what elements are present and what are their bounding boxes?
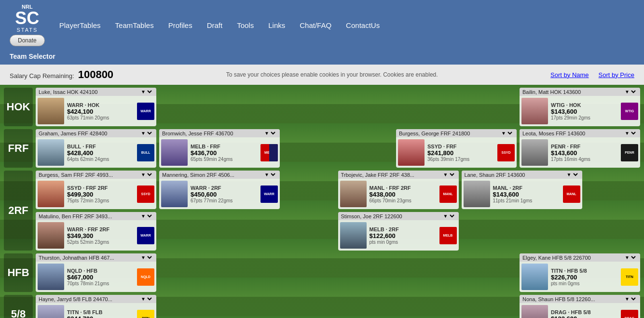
- 58-label: 5/8: [4, 295, 33, 318]
- player-stats-2rf-left-1: 75pts 72min 23gms: [67, 198, 134, 203]
- slot-dropdown-frf-left-1[interactable]: ▼: [139, 130, 153, 136]
- slot-dropdown-2rf-right-3[interactable]: ▼: [441, 213, 456, 219]
- slot-dropdown-frf-right-2[interactable]: ▼: [623, 130, 637, 136]
- sort-by-price-link[interactable]: Sort by Price: [599, 71, 634, 79]
- player-stats-frf-left-1: 64pts 62min 24gms: [67, 157, 134, 162]
- slot-body-hok-right: WTIG · HOK $143,600 17pts 29min 2gms WTI…: [520, 96, 640, 126]
- donate-button[interactable]: Donate: [10, 35, 45, 46]
- slot-dropdown-2rf-left-1[interactable]: ▼: [139, 172, 153, 178]
- player-slot-58-right: Nona, Shaun HFB 5/8 12260... ▼ DRAG · HF…: [520, 295, 640, 318]
- frf-slots-right: Burgess, George FRF 241800 ▼ SSYD · FRF …: [396, 129, 640, 168]
- player-team-58-left: TITN · 5/8 FLB: [67, 309, 134, 315]
- main-content: HOK Luke, Issac HOK 424100 ▼ WARR · HOK …: [0, 85, 644, 318]
- player-info-frf-left-1: BULL · FRF $428,400 64pts 62min 24gms: [67, 144, 134, 162]
- player-price-frf-left-1: $428,400: [67, 149, 134, 157]
- avatar-2rf-left-3: [38, 222, 64, 249]
- player-slot-frf-right-2: Leota, Moses FRF 143600 ▼ PENR · FRF $14…: [520, 129, 640, 168]
- slot-dropdown-2rf-right-1[interactable]: ▼: [441, 172, 456, 178]
- slot-body-frf-left-1: BULL · FRF $428,400 64pts 62min 24gms BU…: [36, 137, 156, 168]
- team-badge-frf-right-1: SSYD: [497, 144, 515, 161]
- salary-value: 100800: [78, 68, 113, 81]
- slot-dropdown-2rf-left-2[interactable]: ▼: [262, 172, 277, 178]
- player-name-2rf-right-1: Trbojevic, Jake FRF 2RF 438...: [341, 172, 414, 178]
- player-info-frf-right-1: SSYD · FRF $241,800 36pts 39min 17gms: [427, 144, 494, 162]
- player-slot-hok-left: Luke, Issac HOK 424100 ▼ WARR · HOK $424…: [36, 88, 156, 126]
- player-price-58-right: $122,600: [551, 315, 618, 318]
- player-name-hok-right: Bailin, Matt HOK 143600: [522, 89, 581, 95]
- nav-player-tables[interactable]: PlayerTables: [59, 21, 101, 29]
- player-info-2rf-left-2: WARR · 2RF $450,600 67pts 77min 22gms: [191, 185, 258, 203]
- nav-chat-faq[interactable]: Chat/FAQ: [300, 21, 331, 29]
- slot-dropdown-frf-right-1[interactable]: ▼: [499, 130, 514, 136]
- team-badge-frf-right-2: PENR: [621, 144, 638, 161]
- slot-dropdown-58-left[interactable]: ▼: [139, 296, 153, 302]
- avatar-hfb-right: [521, 264, 548, 290]
- nav-draft[interactable]: Draft: [207, 21, 223, 29]
- slot-header-frf-right-2: Leota, Moses FRF 143600 ▼: [520, 129, 640, 137]
- nav-profiles[interactable]: Profiles: [168, 21, 192, 29]
- slot-dropdown-58-right[interactable]: ▼: [623, 296, 637, 302]
- salary-area: Salary Cap Remaining: 100800: [10, 68, 113, 81]
- player-name-2rf-left-2: Mannering, Simon 2RF 4506...: [162, 172, 234, 178]
- 2rf-slots-right: Trbojevic, Jake FRF 2RF 438... ▼ MANL · …: [338, 171, 641, 251]
- player-price-hok-left: $424,100: [67, 108, 134, 115]
- player-slot-frf-left-1: Graham, James FRF 428400 ▼ BULL · FRF $4…: [36, 129, 156, 168]
- player-price-2rf-left-1: $499,300: [67, 191, 134, 198]
- team-badge-frf-left-1: BULL: [137, 144, 154, 161]
- salary-label: Salary Cap Remaining:: [10, 72, 74, 80]
- player-price-hok-right: $143,600: [551, 108, 618, 115]
- slot-dropdown-2rf-left-3[interactable]: ▼: [139, 213, 153, 219]
- player-price-frf-right-1: $241,800: [427, 149, 494, 157]
- player-slot-58-left: Hayne, Jarryd 5/8 FLB 24470... ▼ TITN · …: [36, 295, 156, 318]
- slot-dropdown-frf-left-2[interactable]: ▼: [262, 130, 277, 136]
- 58-spacer: [156, 295, 520, 318]
- player-name-frf-left-2: Bromwich, Jesse FRF 436700: [162, 131, 233, 136]
- sort-by-name-link[interactable]: Sort by Name: [550, 71, 589, 79]
- player-name-58-right: Nona, Shaun HFB 5/8 12260...: [522, 296, 595, 302]
- hok-slots-left: Luke, Issac HOK 424100 ▼ WARR · HOK $424…: [36, 88, 156, 126]
- 2rf-row: 2RF Burgess, Sam FRF 2RF 4993... ▼ SSYD …: [4, 171, 640, 251]
- slot-dropdown-hfb-left[interactable]: ▼: [139, 254, 153, 261]
- player-info-2rf-left-1: SSYD · FRF 2RF $499,300 75pts 72min 23gm…: [67, 185, 134, 203]
- player-team-2rf-right-3: MELB · 2RF: [370, 226, 437, 232]
- player-price-hfb-right: $226,700: [551, 274, 618, 281]
- avatar-2rf-right-2: [464, 181, 490, 207]
- player-team-2rf-left-2: WARR · 2RF: [191, 185, 258, 191]
- player-slot-frf-right-1: Burgess, George FRF 241800 ▼ SSYD · FRF …: [396, 129, 517, 168]
- player-team-frf-left-2: MELB · FRF: [191, 144, 258, 149]
- slot-body-2rf-left-3: WARR · FRF 2RF $349,300 52pts 52min 23gm…: [36, 220, 156, 251]
- player-team-frf-right-2: PENR · FRF: [551, 144, 618, 149]
- player-team-frf-left-1: BULL · FRF: [67, 144, 134, 149]
- player-team-hok-right: WTIG · HOK: [551, 102, 618, 108]
- player-stats-2rf-left-3: 52pts 52min 23gms: [67, 239, 134, 245]
- slot-dropdown-2rf-right-2[interactable]: ▼: [565, 172, 579, 178]
- slot-dropdown-hfb-right[interactable]: ▼: [623, 254, 637, 261]
- slot-dropdown-hok-left[interactable]: ▼: [139, 89, 153, 95]
- hfb-slots-left: Thurston, Johnathan HFB 467... ▼ NQLD · …: [36, 253, 156, 292]
- player-stats-frf-left-2: 65pts 59min 24gms: [191, 157, 258, 162]
- player-team-frf-right-1: SSYD · FRF: [427, 144, 494, 149]
- avatar-2rf-left-1: [38, 181, 64, 207]
- frf-label: FRF: [4, 129, 33, 168]
- team-selector-label: Team Selector: [10, 53, 55, 60]
- nav-contact-us[interactable]: ContactUs: [346, 21, 380, 29]
- slot-body-hok-left: WARR · HOK $424,100 63pts 71min 20gms WA…: [36, 96, 156, 126]
- player-name-hfb-left: Thurston, Johnathan HFB 467...: [39, 255, 114, 261]
- slot-body-2rf-right-1: MANL · FRF 2RF $438,000 66pts 70min 23gm…: [338, 179, 459, 209]
- avatar-58-left: [38, 305, 64, 318]
- player-team-hok-left: WARR · HOK: [67, 102, 134, 108]
- player-name-58-left: Hayne, Jarryd 5/8 FLB 24470...: [39, 296, 112, 302]
- slot-body-2rf-right-2: MANL · 2RF $143,600 11pts 21min 1gms MAN…: [462, 179, 582, 209]
- avatar-hok-left: [38, 98, 64, 124]
- slot-header-2rf-right-3: Stimson, Joe 2RF 122600 ▼: [338, 212, 459, 220]
- nav-team-tables[interactable]: TeamTables: [115, 21, 154, 29]
- player-slot-2rf-left-1: Burgess, Sam FRF 2RF 4993... ▼ SSYD · FR…: [36, 171, 156, 209]
- main-nav: PlayerTables TeamTables Profiles Draft T…: [59, 21, 380, 29]
- player-info-2rf-left-3: WARR · FRF 2RF $349,300 52pts 52min 23gm…: [67, 226, 134, 245]
- nav-tools[interactable]: Tools: [237, 21, 254, 29]
- player-info-58-right: DRAG · HFB 5/8 $122,600 pts min 0gms: [551, 309, 618, 318]
- sort-links: Sort by Name Sort by Price: [550, 71, 634, 79]
- nav-links[interactable]: Links: [268, 21, 285, 29]
- slot-dropdown-hok-right[interactable]: ▼: [623, 89, 637, 95]
- 58-row: 5/8 Hayne, Jarryd 5/8 FLB 24470... ▼ TIT…: [4, 295, 640, 318]
